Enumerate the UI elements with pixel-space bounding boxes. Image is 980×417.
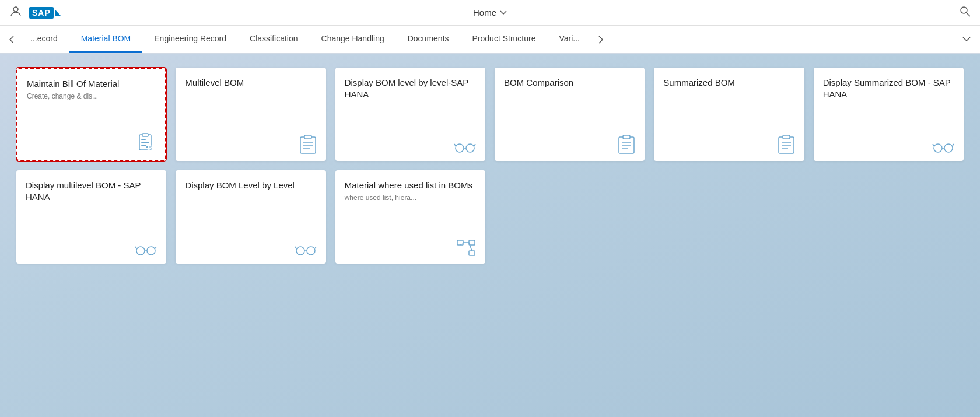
svg-rect-49	[469, 251, 475, 255]
tile-empty-1	[495, 170, 645, 264]
svg-rect-4	[142, 134, 148, 136]
bom-checklist-icon	[135, 132, 156, 153]
clipboard-icon-3	[778, 134, 795, 154]
tile-display-bom-level-icon-area	[345, 103, 476, 155]
tile-bom-comparison-icon-area	[504, 91, 635, 154]
svg-line-20	[454, 144, 456, 146]
tile-display-multilevel-bom-icon-area	[26, 206, 157, 257]
tab-change-handling[interactable]: Change Handling	[310, 26, 396, 53]
tile-maintain-bom[interactable]: Maintain Bill Of Material Create, change…	[16, 68, 166, 161]
tile-grid-row2: Display multilevel BOM - SAP HANA Displa…	[16, 170, 964, 264]
tile-display-bom-level-by-level-icon-area	[185, 194, 316, 257]
svg-line-51	[469, 243, 472, 251]
svg-rect-7	[141, 145, 147, 146]
svg-point-37	[136, 247, 145, 255]
tab-prev-button[interactable]	[5, 26, 19, 53]
svg-point-38	[147, 247, 155, 255]
svg-line-45	[295, 247, 296, 248]
sap-logo[interactable]: SAP	[29, 7, 61, 19]
tile-display-multilevel-bom[interactable]: Display multilevel BOM - SAP HANA	[16, 170, 166, 264]
svg-rect-5	[141, 139, 146, 140]
nav-center: Home	[473, 8, 507, 17]
svg-point-17	[456, 144, 464, 152]
tile-display-bom-level-by-level[interactable]: Display BOM Level by Level	[176, 170, 326, 264]
sap-logo-text: SAP	[29, 7, 54, 19]
tile-summarized-bom-icon-area	[663, 91, 794, 154]
tile-display-summarized-bom-title: Display Summarized BOM - SAP HANA	[823, 77, 954, 101]
glasses-icon-4	[295, 244, 317, 257]
tile-summarized-bom-title: Summarized BOM	[663, 77, 794, 89]
svg-rect-13	[304, 135, 312, 139]
content-area: Maintain Bill Of Material Create, change…	[0, 54, 980, 278]
tile-summarized-bom[interactable]: Summarized BOM	[654, 68, 804, 161]
svg-line-21	[474, 144, 475, 146]
tile-display-bom-level-title: Display BOM level by level-SAP HANA	[345, 77, 476, 101]
home-label: Home	[473, 8, 496, 17]
svg-line-46	[315, 247, 316, 248]
glasses-icon-3	[135, 244, 157, 257]
tile-empty-2	[654, 170, 804, 264]
tab-classification[interactable]: Classification	[238, 26, 309, 53]
tab-ecord[interactable]: ...ecord	[19, 26, 69, 53]
svg-line-2	[967, 13, 970, 16]
svg-line-36	[953, 144, 954, 146]
tile-bom-comparison[interactable]: BOM Comparison	[495, 68, 645, 161]
tab-vari[interactable]: Vari...	[547, 26, 592, 53]
tile-display-summarized-bom[interactable]: Display Summarized BOM - SAP HANA	[814, 68, 964, 161]
svg-rect-6	[141, 142, 149, 143]
tab-material-bom[interactable]: Material BOM	[69, 26, 143, 53]
glasses-icon	[454, 141, 476, 154]
tile-display-summarized-bom-icon-area	[823, 103, 954, 155]
search-icon[interactable]	[959, 5, 971, 20]
tile-display-bom-level-by-level-title: Display BOM Level by Level	[185, 180, 316, 191]
svg-rect-28	[783, 135, 790, 139]
tile-display-bom-level[interactable]: Display BOM level by level-SAP HANA	[335, 68, 485, 161]
tile-maintain-bom-subtitle: Create, change & dis...	[27, 92, 156, 101]
clipboard-icon	[299, 134, 317, 154]
svg-point-43	[307, 247, 315, 255]
tab-documents[interactable]: Documents	[396, 26, 461, 53]
svg-point-32	[934, 144, 942, 152]
tile-grid-row1: Maintain Bill Of Material Create, change…	[16, 68, 964, 161]
top-nav: SAP Home	[0, 0, 980, 26]
svg-rect-11	[149, 148, 151, 149]
svg-rect-10	[149, 146, 152, 147]
tab-engineering-record[interactable]: Engineering Record	[142, 26, 238, 53]
tile-display-multilevel-bom-title: Display multilevel BOM - SAP HANA	[26, 180, 157, 204]
tab-bar: ...ecord Material BOM Engineering Record…	[0, 26, 980, 54]
svg-rect-23	[623, 135, 630, 139]
tile-bom-comparison-title: BOM Comparison	[504, 77, 635, 89]
svg-line-41	[155, 247, 156, 248]
tile-material-where-used-title: Material where used list in BOMs	[345, 180, 476, 191]
tab-product-structure[interactable]: Product Structure	[461, 26, 548, 53]
tile-material-where-used[interactable]: Material where used list in BOMs where u…	[335, 170, 485, 264]
hierarchy-icon	[456, 239, 476, 257]
tile-multilevel-bom[interactable]: Multilevel BOM	[176, 68, 326, 161]
tile-multilevel-bom-icon-area	[185, 91, 316, 154]
tile-material-where-used-subtitle: where used list, hiera...	[345, 194, 476, 203]
svg-point-1	[961, 7, 967, 13]
user-icon[interactable]	[9, 5, 22, 20]
tab-more-button[interactable]	[958, 34, 975, 45]
svg-rect-47	[457, 240, 463, 245]
sap-logo-triangle	[55, 9, 61, 16]
tile-empty-3	[814, 170, 964, 264]
svg-point-42	[296, 247, 304, 255]
clipboard-icon-2	[618, 134, 635, 154]
svg-line-40	[135, 247, 136, 248]
tile-maintain-bom-title: Maintain Bill Of Material	[27, 78, 156, 90]
tile-maintain-bom-icon-area	[27, 101, 156, 153]
svg-point-0	[13, 7, 18, 12]
tile-material-where-used-icon-area	[345, 203, 476, 257]
home-dropdown-chevron[interactable]	[500, 9, 507, 17]
svg-point-18	[466, 144, 474, 152]
svg-rect-9	[146, 146, 148, 148]
svg-line-35	[933, 144, 934, 146]
tab-next-button[interactable]	[594, 26, 608, 53]
tile-multilevel-bom-title: Multilevel BOM	[185, 77, 316, 89]
glasses-icon-2	[932, 141, 954, 154]
svg-point-33	[944, 144, 953, 152]
